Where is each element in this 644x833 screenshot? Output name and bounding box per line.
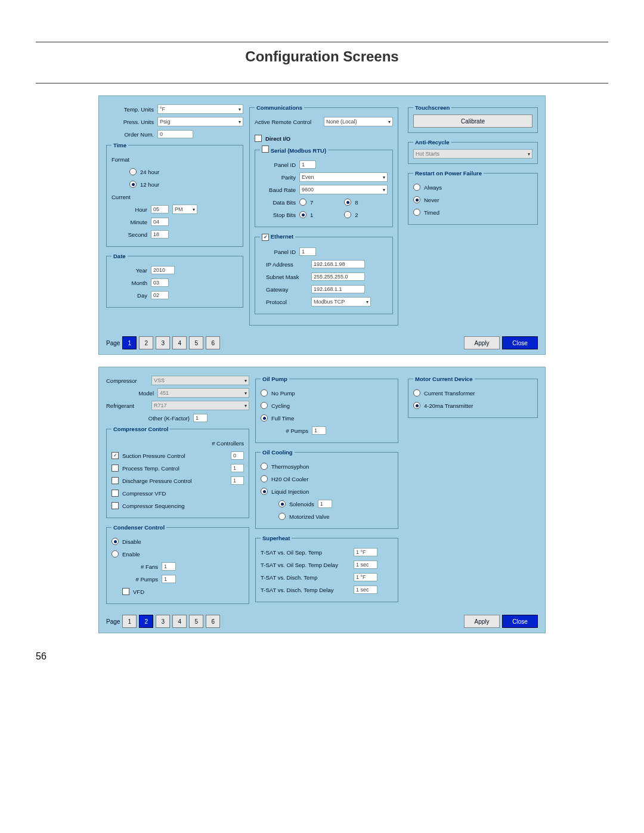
format-label: Format bbox=[112, 156, 147, 163]
pumps2-field[interactable]: 1 bbox=[312, 426, 326, 435]
compressor-control-group: Compressor Control # Controllers Suction… bbox=[106, 426, 249, 518]
order-num-field[interactable]: 0 bbox=[157, 130, 193, 138]
page-button-5[interactable]: 5 bbox=[189, 615, 203, 628]
sh2-field[interactable]: 1 sec bbox=[354, 561, 377, 569]
ptc-checkbox[interactable] bbox=[112, 465, 119, 472]
fans-field[interactable]: 1 bbox=[162, 562, 176, 571]
second-field[interactable]: 18 bbox=[151, 230, 169, 239]
close-button[interactable]: Close bbox=[502, 615, 538, 628]
page-button-1[interactable]: 1 bbox=[122, 336, 137, 349]
apply-button[interactable]: Apply bbox=[464, 615, 500, 628]
radio-always[interactable] bbox=[413, 184, 420, 191]
pumps-field[interactable]: 1 bbox=[162, 575, 176, 583]
radio-420[interactable] bbox=[413, 402, 420, 409]
subnet-label: Subnet Mask bbox=[260, 274, 308, 280]
radio-timed[interactable] bbox=[413, 209, 420, 216]
protocol-select[interactable]: Modbus TCP▾ bbox=[311, 297, 371, 306]
page-button-3[interactable]: 3 bbox=[156, 336, 170, 349]
radio-databits-8[interactable] bbox=[344, 199, 351, 206]
panel-id-field[interactable]: 1 bbox=[299, 160, 316, 169]
eth-panel-id-field[interactable]: 1 bbox=[299, 247, 316, 256]
spc-checkbox[interactable] bbox=[112, 452, 119, 459]
fans-label: # Fans bbox=[122, 563, 158, 570]
subnet-field[interactable]: 255.255.255.0 bbox=[311, 272, 365, 281]
press-units-select[interactable]: Psig▾ bbox=[157, 117, 243, 126]
page-button-6[interactable]: 6 bbox=[206, 336, 220, 349]
solenoids-field[interactable]: 1 bbox=[318, 500, 332, 508]
ip-field[interactable]: 192.168.1.98 bbox=[311, 260, 365, 268]
year-field[interactable]: 2010 bbox=[151, 266, 175, 274]
radio-liquid[interactable] bbox=[261, 488, 268, 495]
hour-field[interactable]: 05 bbox=[151, 205, 169, 213]
motor-current-group: Motor Current Device Current Transformer… bbox=[408, 376, 538, 418]
direct-io-checkbox[interactable] bbox=[255, 135, 262, 142]
month-field[interactable]: 03 bbox=[151, 278, 169, 287]
parity-select[interactable]: Even▾ bbox=[299, 172, 388, 182]
dpc-checkbox[interactable] bbox=[112, 477, 119, 484]
radio-cycling[interactable] bbox=[261, 402, 268, 409]
ethernet-checkbox[interactable] bbox=[262, 234, 269, 241]
ptc-field[interactable]: 1 bbox=[231, 464, 244, 472]
page-button-2[interactable]: 2 bbox=[139, 336, 153, 349]
communications-group: Communications Active Remote ControlNone… bbox=[249, 104, 398, 326]
radio-fulltime[interactable] bbox=[261, 414, 268, 422]
day-field[interactable]: 02 bbox=[151, 291, 169, 299]
compressor-select[interactable]: VSS▾ bbox=[151, 376, 249, 385]
spc-field[interactable]: 0 bbox=[231, 451, 244, 460]
page-button-2[interactable]: 2 bbox=[139, 615, 153, 628]
other-kfactor-field[interactable]: 1 bbox=[193, 414, 208, 422]
dpc-field[interactable]: 1 bbox=[231, 476, 244, 485]
radio-motorized[interactable] bbox=[278, 513, 286, 520]
seq-checkbox[interactable] bbox=[112, 502, 119, 509]
radio-stopbits-1[interactable] bbox=[299, 211, 306, 218]
page-button-5[interactable]: 5 bbox=[189, 336, 203, 349]
sh1-field[interactable]: 1 °F bbox=[354, 548, 377, 556]
refrigerant-select[interactable]: R717▾ bbox=[151, 401, 249, 410]
radio-never[interactable] bbox=[413, 196, 420, 203]
radio-24hr[interactable] bbox=[129, 168, 137, 175]
radio-enable[interactable] bbox=[112, 550, 119, 558]
apply-button[interactable]: Apply bbox=[464, 336, 500, 349]
sh3-field[interactable]: 1 °F bbox=[354, 573, 377, 581]
page-label: Page bbox=[106, 340, 120, 346]
calibrate-button[interactable]: Calibrate bbox=[413, 114, 532, 128]
superheat-group: Superheat T-SAT vs. Oil Sep. Temp1 °F T-… bbox=[255, 535, 398, 602]
temp-units-label: Temp. Units bbox=[106, 106, 154, 113]
page-button-3[interactable]: 3 bbox=[156, 615, 170, 628]
superheat-legend: Superheat bbox=[261, 535, 292, 541]
anti-recycle-group: Anti-Recycle Hot Starts▾ bbox=[408, 139, 538, 164]
model-label: Model bbox=[106, 390, 154, 397]
chevron-down-icon: ▾ bbox=[388, 119, 391, 125]
direct-io-label: Direct I/O bbox=[265, 135, 290, 142]
radio-solenoids[interactable] bbox=[278, 500, 286, 507]
page-button-1[interactable]: 1 bbox=[122, 615, 137, 628]
radio-stopbits-2[interactable] bbox=[344, 211, 351, 218]
eth-panel-id-label: Panel ID bbox=[260, 249, 296, 255]
model-select[interactable]: 451▾ bbox=[157, 388, 249, 398]
stopbits-label: Stop Bits bbox=[260, 212, 296, 218]
arc-select[interactable]: None (Local)▾ bbox=[324, 117, 393, 126]
page-button-4[interactable]: 4 bbox=[172, 615, 187, 628]
minute-field[interactable]: 04 bbox=[151, 218, 169, 226]
radio-disable[interactable] bbox=[112, 538, 119, 545]
serial-checkbox[interactable] bbox=[262, 145, 269, 153]
radio-stopbits-2-label: 2 bbox=[355, 212, 358, 218]
radio-thermo[interactable] bbox=[261, 463, 268, 470]
radio-disable-label: Disable bbox=[122, 538, 141, 545]
ampm-select[interactable]: PM▾ bbox=[172, 205, 197, 214]
page-button-6[interactable]: 6 bbox=[206, 615, 220, 628]
radio-ct[interactable] bbox=[413, 389, 420, 397]
page-button-4[interactable]: 4 bbox=[172, 336, 187, 349]
cond-vfd-checkbox[interactable] bbox=[122, 588, 129, 595]
sh4-field[interactable]: 1 sec bbox=[354, 586, 377, 594]
baud-select[interactable]: 9600▾ bbox=[299, 185, 388, 194]
gateway-field[interactable]: 192.168.1.1 bbox=[311, 285, 365, 293]
anti-recycle-select[interactable]: Hot Starts▾ bbox=[413, 149, 532, 159]
radio-databits-7[interactable] bbox=[299, 199, 306, 206]
radio-h2o[interactable] bbox=[261, 475, 268, 482]
radio-12hr[interactable] bbox=[129, 181, 137, 188]
radio-nopump[interactable] bbox=[261, 389, 268, 397]
close-button[interactable]: Close bbox=[502, 336, 538, 349]
vfd-checkbox[interactable] bbox=[112, 490, 119, 497]
temp-units-select[interactable]: °F▾ bbox=[157, 104, 243, 114]
